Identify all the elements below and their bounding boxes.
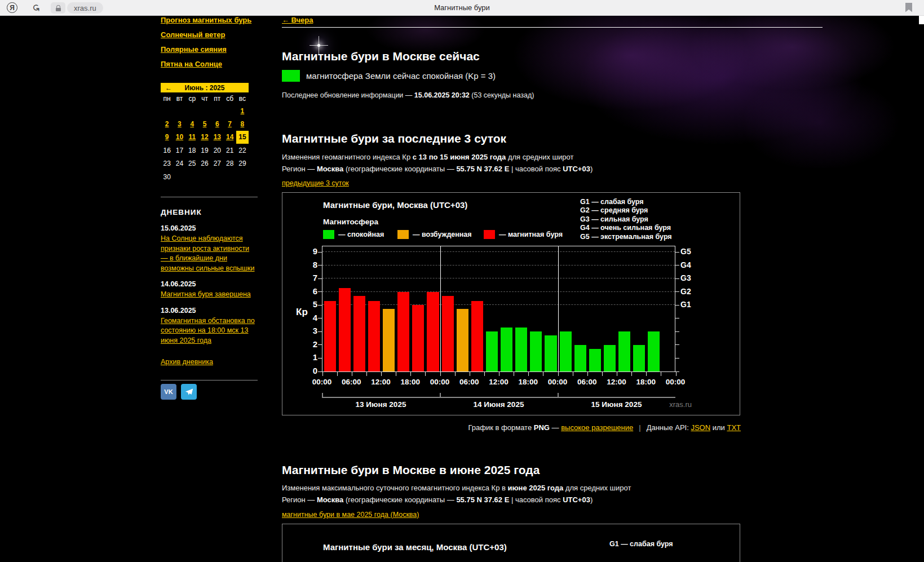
may-storms-link[interactable]: магнитные бури в мае 2025 года (Москва) <box>282 511 419 519</box>
hires-png-link[interactable]: высокое разрешение <box>561 423 633 432</box>
calendar-day-cell <box>173 170 185 183</box>
top-rule <box>282 27 823 28</box>
g-level-text: G3 — сильная буря <box>580 215 672 224</box>
month-chart-title: Магнитные бури за месяц, Москва (UTC+03) <box>323 542 507 552</box>
kp-bar <box>604 345 616 371</box>
day-scale-line <box>322 397 675 398</box>
calendar-day-cell <box>223 170 236 183</box>
calendar-day-link[interactable]: 1 <box>241 107 245 115</box>
sidebar-nav-link-2[interactable]: Полярные сияния <box>161 45 258 54</box>
x-tick <box>602 372 603 376</box>
month-chart-g1-label: G1 — слабая буря <box>609 540 673 548</box>
update-timestamp: 15.06.2025 20:32 <box>414 91 470 99</box>
y-axis-label-0: 0 <box>296 366 317 375</box>
diary-archive-link[interactable]: Архив дневника <box>161 358 213 366</box>
calendar-day-link[interactable]: 10 <box>176 133 183 141</box>
calendar-day-link[interactable]: 14 <box>226 133 233 141</box>
right-axis-label-G2: G2 <box>680 287 691 296</box>
legend-label: — спокойная <box>338 231 384 238</box>
day-line-tick <box>440 393 441 398</box>
y-tick-right <box>675 358 679 359</box>
kp-bar <box>501 328 512 371</box>
diary-title: ДНЕВНИК <box>161 208 258 216</box>
api-json-link[interactable]: JSON <box>691 423 710 432</box>
x-axis-label: 18:00 <box>630 378 662 386</box>
calendar-day-cell: 4 <box>186 117 198 130</box>
x-axis-label: 00:00 <box>424 378 456 386</box>
calendar-day-cell: 19 <box>198 144 211 157</box>
social-links: VK <box>161 384 197 400</box>
kp-bar <box>589 349 601 371</box>
page-content: Прогноз магнитных бурьСолнечный ветерПол… <box>0 16 924 562</box>
kp-bar <box>368 301 380 371</box>
sidebar-nav-link-3[interactable]: Пятна на Солнце <box>161 60 258 69</box>
calendar-day-cell <box>161 104 173 117</box>
scrollbar-thumb[interactable] <box>919 16 924 24</box>
diary-entry-link-1[interactable]: Магнитная буря завершена <box>161 290 258 300</box>
bookmark-icon[interactable] <box>905 3 913 15</box>
telegram-icon[interactable] <box>181 384 197 400</box>
previous-3days-link[interactable]: предыдущие 3 суток <box>282 179 349 187</box>
calendar-day-link[interactable]: 12 <box>201 133 208 141</box>
legend-swatch <box>484 230 495 239</box>
diary-entry-link-0[interactable]: На Солнце наблюдаются признаки роста акт… <box>161 234 258 273</box>
kp-bar <box>324 301 336 371</box>
diary-section: ДНЕВНИК 15.06.2025На Солнце наблюдаются … <box>161 208 258 352</box>
calendar-day-link[interactable]: 9 <box>165 133 169 141</box>
calendar-day-link[interactable]: 7 <box>228 120 232 128</box>
day-separator <box>440 246 441 371</box>
y-tick-right <box>675 278 679 279</box>
calendar-day-link[interactable]: 11 <box>188 133 196 141</box>
calendar-day-cell: 23 <box>161 157 173 170</box>
x-tick <box>425 372 426 376</box>
calendar-day-link[interactable]: 5 <box>203 120 207 128</box>
x-tick <box>617 372 617 376</box>
calendar-day-link[interactable]: 2 <box>165 120 169 128</box>
calendar-day-cell: 1 <box>236 104 249 117</box>
calendar-prev-month-button[interactable]: ← <box>165 84 172 92</box>
calendar-day-link[interactable]: 6 <box>215 120 219 128</box>
diary-entry-link-2[interactable]: Геомагнитная обстановка по состоянию на … <box>161 316 258 346</box>
api-txt-link[interactable]: TXT <box>727 423 741 432</box>
legend-swatch <box>323 230 334 239</box>
kp-bar <box>633 345 645 371</box>
calendar-selected-day[interactable]: 15 <box>236 131 249 144</box>
x-tick <box>470 372 470 376</box>
kp-bar <box>574 345 586 371</box>
vk-icon[interactable]: VK <box>161 384 176 400</box>
kp-bar <box>397 292 409 371</box>
calendar-day-cell: 8 <box>236 117 249 130</box>
kp-bar <box>383 309 395 371</box>
calendar-weekday: сб <box>223 92 236 104</box>
calendar-day-link[interactable]: 3 <box>178 120 182 128</box>
y-axis-label-6: 6 <box>296 286 317 296</box>
section-title-now: Магнитные бури в Москве сейчас <box>282 50 480 63</box>
legend-swatch <box>397 230 409 239</box>
calendar-day-cell: 22 <box>236 144 249 157</box>
calendar-day-cell: 6 <box>211 117 223 130</box>
x-tick <box>573 372 573 376</box>
status-color-swatch <box>282 70 300 82</box>
x-axis-label: 00:00 <box>660 378 691 386</box>
sidebar-nav-link-1[interactable]: Солнечный ветер <box>161 30 258 39</box>
calendar-weekday: вт <box>173 92 185 104</box>
sidebar-nav-link-0[interactable]: Прогноз магнитных бурь <box>161 16 258 25</box>
x-tick <box>587 372 588 376</box>
y-axis-label-1: 1 <box>296 352 317 362</box>
calendar-day-cell: 15 <box>236 131 249 144</box>
calendar-day-cell: 18 <box>186 144 198 157</box>
x-tick <box>366 372 367 376</box>
yesterday-link[interactable]: ← Вчера <box>282 16 313 24</box>
calendar-day-link[interactable]: 8 <box>241 120 245 128</box>
legend-item: — возбужденная <box>397 230 472 239</box>
calendar-day-cell: 9 <box>161 131 173 144</box>
kp-bar <box>515 328 527 371</box>
x-tick <box>352 372 352 376</box>
y-axis-label-2: 2 <box>296 339 317 349</box>
x-axis-label: 06:00 <box>453 378 485 386</box>
calendar-day-cell: 2 <box>161 117 173 130</box>
current-status: магнитосфера Земли сейчас спокойная (Kp … <box>282 70 496 82</box>
calendar-day-cell: 16 <box>161 144 173 157</box>
calendar-day-link[interactable]: 13 <box>214 133 221 141</box>
calendar-day-link[interactable]: 4 <box>190 120 194 128</box>
